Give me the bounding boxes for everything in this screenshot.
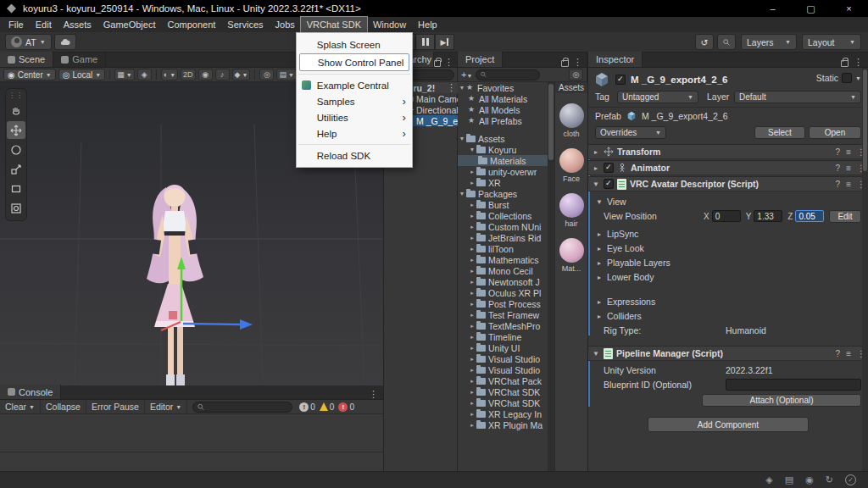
tab-game[interactable]: Game <box>53 52 106 67</box>
presets-icon[interactable]: ≡ <box>846 147 851 157</box>
expressions-foldout[interactable]: ▸Expressions <box>595 297 655 307</box>
rotate-tool[interactable] <box>7 141 25 158</box>
draw-mode-dropdown[interactable]: ◐▼ <box>161 69 178 80</box>
console-log-area[interactable] <box>0 414 383 471</box>
menu-gameobject[interactable]: GameObject <box>97 17 162 32</box>
tree-item[interactable]: ▸XR <box>458 177 548 188</box>
presets-icon[interactable]: ≡ <box>846 349 851 358</box>
console-status-icon[interactable]: ▤ <box>785 474 793 485</box>
descriptor-enabled-checkbox[interactable] <box>604 179 614 189</box>
scene-audio-toggle[interactable]: ♪ <box>215 69 230 80</box>
material-thumbnail[interactable]: Face <box>555 148 587 183</box>
attach-optional-button[interactable]: Attach (Optional) <box>702 394 861 407</box>
foldout-arrow-icon[interactable]: ▸ <box>592 164 600 172</box>
menu-item-samples[interactable]: Samples › <box>297 93 412 109</box>
layer-dropdown[interactable]: Default▼ <box>734 91 861 103</box>
help-icon[interactable]: ? <box>836 147 841 157</box>
hidden-packages-toggle[interactable]: ◎ <box>569 69 583 80</box>
cloud-button[interactable] <box>54 34 76 50</box>
scene-options-icon[interactable]: ⋮ <box>447 83 459 92</box>
menu-item-reload-sdk[interactable]: Reload SDK <box>297 147 412 164</box>
material-thumbnail[interactable]: Mat... <box>555 238 587 273</box>
tab-inspector[interactable]: Inspector <box>588 52 643 67</box>
active-checkbox[interactable] <box>615 75 626 85</box>
edit-view-button[interactable]: Edit <box>829 210 861 223</box>
pipeline-manager-component-header[interactable]: ▼ Pipeline Manager (Script) ?≡⋮ <box>588 346 868 361</box>
tree-item-packages[interactable]: ▼Packages <box>458 188 548 199</box>
console-search-field[interactable] <box>192 402 292 413</box>
tree-item[interactable]: ▸Unity UI <box>458 342 548 353</box>
tag-dropdown[interactable]: Untagged▼ <box>617 91 698 103</box>
material-thumbnail[interactable]: cloth <box>555 103 587 138</box>
warning-badge-icon[interactable] <box>320 402 328 411</box>
tree-item[interactable]: ▸Newtonsoft J <box>458 276 548 287</box>
tree-item[interactable]: ▸Burst <box>458 199 548 210</box>
orientation-dropdown[interactable]: ◎Local▼ <box>58 69 106 80</box>
pivot-dropdown[interactable]: ◉Center▼ <box>3 69 56 80</box>
toolstrip-drag-handle[interactable]: ⋮⋮ <box>8 92 24 101</box>
view-position-y-field[interactable] <box>754 210 782 222</box>
layers-dropdown[interactable]: Layers▼ <box>741 34 797 50</box>
transform-component-header[interactable]: ▸ Transform ?≡⋮ <box>588 144 868 159</box>
error-badge-icon[interactable]: ! <box>338 402 348 412</box>
animator-enabled-checkbox[interactable] <box>604 163 614 173</box>
foldout-arrow-icon[interactable]: ▼ <box>592 350 600 358</box>
tree-item[interactable]: ▸Mathematics <box>458 254 548 265</box>
lock-icon[interactable] <box>561 60 569 67</box>
tree-item[interactable]: ▼Koyuru <box>458 144 548 155</box>
undo-history-button[interactable]: ↺ <box>695 34 714 50</box>
menu-help[interactable]: Help <box>412 17 443 32</box>
add-asset-button[interactable]: +▼ <box>461 69 472 80</box>
refresh-icon[interactable]: ↻ <box>826 474 833 485</box>
tree-item[interactable]: ▸Collections <box>458 210 548 221</box>
close-button[interactable]: × <box>830 0 868 17</box>
foldout-arrow-icon[interactable]: ▸ <box>592 148 600 156</box>
static-control[interactable]: Static ▼ <box>816 73 861 83</box>
info-badge-icon[interactable]: ! <box>299 402 309 412</box>
grid-snap-toggle[interactable]: ▦▼ <box>114 69 134 80</box>
project-search-field[interactable] <box>476 69 540 80</box>
tree-item-assets[interactable]: ▼Assets <box>458 133 548 144</box>
inspector-menu-icon[interactable]: ⋮ <box>849 58 868 67</box>
step-button[interactable]: ▶ <box>435 34 454 50</box>
scene-lighting-toggle[interactable]: ◉ <box>198 69 213 80</box>
tree-item[interactable]: ▸Timeline <box>458 331 548 342</box>
console-clear-button[interactable]: Clear▼ <box>0 400 41 414</box>
collab-sync-icon[interactable]: ✓ <box>845 474 856 485</box>
static-checkbox[interactable] <box>842 73 852 83</box>
menu-item-help[interactable]: Help › <box>297 125 412 141</box>
foldout-arrow-icon[interactable]: ▼ <box>592 180 600 188</box>
menu-item-example-central[interactable]: Example Central <box>297 77 412 93</box>
add-component-button[interactable]: Add Component <box>648 417 809 432</box>
pause-button[interactable] <box>415 34 435 50</box>
tab-project[interactable]: Project <box>458 52 503 67</box>
lipsync-foldout[interactable]: ▸LipSync <box>595 229 638 239</box>
transform-tool[interactable] <box>7 199 25 217</box>
select-button[interactable]: Select <box>754 126 805 139</box>
visibility-toggle[interactable]: ◎ <box>259 69 274 80</box>
tree-item[interactable]: ▸XR Legacy In <box>458 408 548 419</box>
view-hand-tool[interactable] <box>7 102 25 119</box>
colliders-foldout[interactable]: ▸Colliders <box>595 311 642 321</box>
animator-component-header[interactable]: ▸ Animator ?≡⋮ <box>588 160 868 175</box>
menu-file[interactable]: File <box>3 17 30 32</box>
account-button[interactable]: AT ▼ <box>5 34 52 50</box>
activity-icon[interactable]: ◉ <box>805 474 814 485</box>
inspector-scrollbar[interactable] <box>862 68 868 471</box>
tree-item[interactable]: ▸Custom NUni <box>458 221 548 232</box>
maximize-button[interactable]: ▢ <box>792 0 830 17</box>
avatar-descriptor-component-header[interactable]: ▼ VRC Avatar Descriptor (Script) ?≡⋮ <box>588 176 868 191</box>
overrides-dropdown[interactable]: Overrides▼ <box>595 126 666 139</box>
notifications-icon[interactable]: ◈ <box>765 474 772 485</box>
view-position-x-field[interactable] <box>712 210 741 222</box>
snap-increment-toggle[interactable]: ◈ <box>137 69 152 80</box>
menu-edit[interactable]: Edit <box>30 17 58 32</box>
layout-dropdown[interactable]: Layout▼ <box>802 34 861 50</box>
tree-item[interactable]: ▸Visual Studio <box>458 353 548 364</box>
tab-scene[interactable]: Scene <box>0 52 53 67</box>
tree-item[interactable]: ▸lilToon <box>458 243 548 254</box>
eye-look-foldout[interactable]: ▸Eye Look <box>595 243 644 253</box>
tab-console[interactable]: Console <box>0 385 61 399</box>
tree-item[interactable]: ▸XR Plugin Ma <box>458 419 548 430</box>
tree-item[interactable]: ▸Mono Cecil <box>458 265 548 276</box>
